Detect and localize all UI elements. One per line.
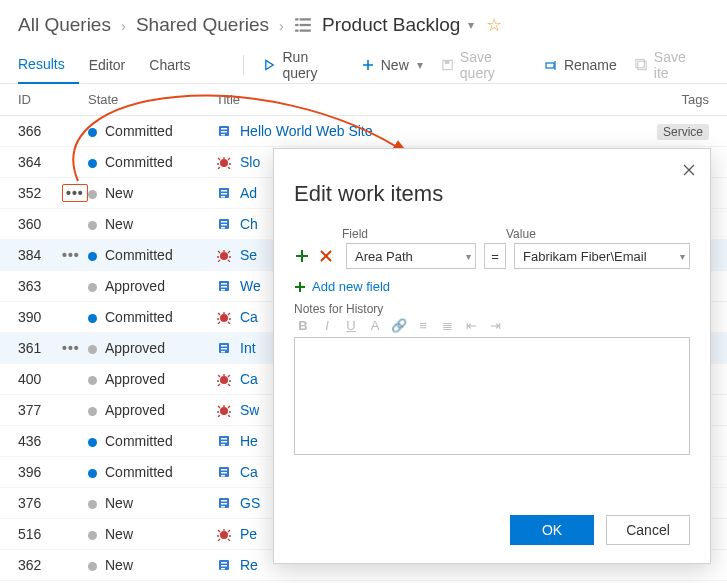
svg-point-48 xyxy=(220,531,228,539)
cancel-button[interactable]: Cancel xyxy=(606,515,690,545)
title-link[interactable]: Se xyxy=(240,247,257,263)
cell-id: 390 xyxy=(18,309,62,325)
indent-button[interactable]: ⇥ xyxy=(486,318,504,333)
edit-work-items-dialog: Edit work items Field Value Area Path ▾ … xyxy=(273,148,711,564)
title-link[interactable]: He xyxy=(240,433,258,449)
svg-rect-5 xyxy=(300,30,311,32)
title-link[interactable]: Hello World Web Site xyxy=(240,123,373,139)
notes-textarea[interactable] xyxy=(294,337,690,455)
svg-rect-7 xyxy=(444,60,449,64)
title-link[interactable]: GS xyxy=(240,495,260,511)
col-tags[interactable]: Tags xyxy=(649,92,709,107)
bug-icon xyxy=(216,526,232,542)
col-state[interactable]: State xyxy=(88,92,216,107)
bug-icon xyxy=(216,309,232,325)
title-link[interactable]: Ad xyxy=(240,185,257,201)
operator-value: = xyxy=(491,249,499,264)
col-title[interactable]: Title xyxy=(216,92,649,107)
col-id[interactable]: ID xyxy=(18,92,62,107)
link-button[interactable]: 🔗 xyxy=(390,318,408,333)
cell-id: 364 xyxy=(18,154,62,170)
remove-row-button[interactable] xyxy=(318,248,334,264)
title-link[interactable]: Int xyxy=(240,340,256,356)
title-link[interactable]: We xyxy=(240,278,261,294)
italic-button[interactable]: I xyxy=(318,318,336,333)
table-header: ID State Title Tags xyxy=(0,84,727,116)
title-link[interactable]: Slo xyxy=(240,154,260,170)
bug-icon xyxy=(216,402,232,418)
rename-button[interactable]: Rename xyxy=(536,49,625,81)
cell-id: 376 xyxy=(18,495,62,511)
tab-editor[interactable]: Editor xyxy=(89,46,140,84)
table-row[interactable]: 366•••CommittedHello World Web SiteServi… xyxy=(0,116,727,147)
book-icon xyxy=(216,557,232,573)
numbered-list-button[interactable]: ≣ xyxy=(438,318,456,333)
title-link[interactable]: Sw xyxy=(240,402,259,418)
cell-id: 363 xyxy=(18,278,62,294)
bullet-list-button[interactable]: ≡ xyxy=(414,318,432,333)
svg-point-35 xyxy=(220,407,228,415)
svg-rect-28 xyxy=(221,289,225,291)
svg-point-24 xyxy=(220,252,228,260)
rename-label: Rename xyxy=(564,57,617,73)
field-column-label: Field xyxy=(342,227,472,241)
cell-title[interactable]: Hello World Web Site xyxy=(216,123,649,139)
tab-results[interactable]: Results xyxy=(18,46,79,84)
row-actions-button[interactable]: ••• xyxy=(62,247,80,263)
run-query-button[interactable]: Run query xyxy=(255,49,350,81)
state-dot-icon xyxy=(88,562,97,571)
title-link[interactable]: Ch xyxy=(240,216,258,232)
breadcrumb-shared-queries[interactable]: Shared Queries xyxy=(136,14,269,36)
row-actions-button[interactable]: ••• xyxy=(62,340,80,356)
row-actions-button[interactable]: ••• xyxy=(62,184,88,202)
breadcrumb-sep: › xyxy=(121,17,126,34)
book-icon xyxy=(216,185,232,201)
breadcrumb-all-queries[interactable]: All Queries xyxy=(18,14,111,36)
svg-rect-17 xyxy=(221,190,227,192)
book-icon xyxy=(216,340,232,356)
title-link[interactable]: Ca xyxy=(240,464,258,480)
add-row-button[interactable] xyxy=(294,248,310,264)
chevron-down-icon: ▾ xyxy=(468,18,474,32)
svg-rect-13 xyxy=(221,131,227,133)
svg-rect-50 xyxy=(221,562,227,564)
state-dot-icon xyxy=(88,376,97,385)
close-button[interactable] xyxy=(678,159,700,184)
state-dot-icon xyxy=(88,252,97,261)
title-link[interactable]: Ca xyxy=(240,371,258,387)
svg-rect-22 xyxy=(221,224,227,226)
add-new-field-link[interactable]: Add new field xyxy=(294,279,690,294)
value-combo[interactable]: Fabrikam Fiber\Email ▾ xyxy=(514,243,690,269)
save-icon xyxy=(441,58,454,72)
rename-icon xyxy=(544,58,558,72)
dialog-body: Field Value Area Path ▾ = Fabrikam Fiber… xyxy=(274,213,710,503)
title-link[interactable]: Pe xyxy=(240,526,257,542)
underline-button[interactable]: U xyxy=(342,318,360,333)
svg-rect-1 xyxy=(300,18,311,20)
outdent-button[interactable]: ⇤ xyxy=(462,318,480,333)
cell-id: 362 xyxy=(18,557,62,573)
bold-button[interactable]: B xyxy=(294,318,312,333)
cell-state: Committed xyxy=(88,123,216,139)
operator-combo[interactable]: = xyxy=(484,243,506,269)
favorite-star-icon[interactable]: ☆ xyxy=(486,14,502,36)
notes-label: Notes for History xyxy=(294,302,690,316)
cell-state: New xyxy=(88,495,216,511)
save-all-icon xyxy=(635,58,648,72)
breadcrumb-current[interactable]: Product Backlog ▾ xyxy=(322,14,474,36)
add-new-field-label: Add new field xyxy=(312,279,390,294)
title-link[interactable]: Ca xyxy=(240,309,258,325)
title-link[interactable]: Re xyxy=(240,557,258,573)
cell-id: 516 xyxy=(18,526,62,542)
save-query-button: Save query xyxy=(433,49,534,81)
new-button[interactable]: New ▾ xyxy=(353,49,431,81)
cell-id: 360 xyxy=(18,216,62,232)
ok-button[interactable]: OK xyxy=(510,515,594,545)
run-query-label: Run query xyxy=(283,49,343,81)
cell-state: Committed xyxy=(88,247,216,263)
svg-rect-10 xyxy=(636,59,644,67)
field-header-row: Field Value xyxy=(342,227,690,241)
font-size-button[interactable]: A xyxy=(366,318,384,333)
field-combo[interactable]: Area Path ▾ xyxy=(346,243,476,269)
tab-charts[interactable]: Charts xyxy=(149,46,204,84)
